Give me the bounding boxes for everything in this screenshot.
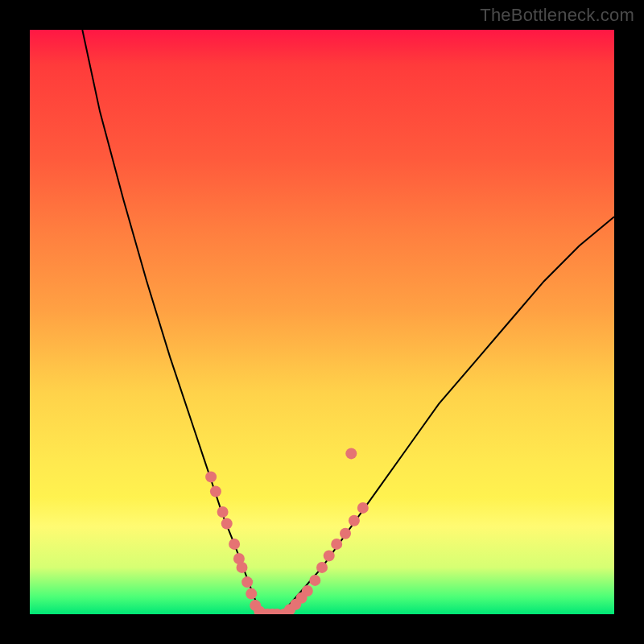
curve-line	[82, 30, 614, 614]
curve-marker	[237, 562, 248, 573]
curve-marker	[349, 515, 360, 526]
curve-marker	[357, 502, 369, 514]
curve-marker	[316, 562, 328, 573]
curve-marker	[217, 506, 229, 518]
curve-marker	[340, 528, 351, 539]
curve-marker	[229, 539, 240, 550]
curve-marker	[302, 585, 313, 597]
bottleneck-curve-path	[82, 30, 614, 614]
curve-marker	[205, 471, 217, 482]
watermark-text: TheBottleneck.com	[480, 5, 634, 26]
chart-frame: TheBottleneck.com	[0, 0, 644, 644]
curve-marker	[345, 448, 357, 459]
curve-marker	[221, 518, 233, 530]
curve-marker	[210, 486, 221, 497]
curve-marker	[309, 575, 320, 586]
curve-marker	[331, 539, 342, 550]
plot-area	[30, 30, 614, 614]
bottleneck-curve-svg	[30, 30, 614, 614]
curve-marker	[242, 576, 253, 588]
curve-marker	[324, 550, 335, 561]
curve-marker	[246, 588, 257, 600]
